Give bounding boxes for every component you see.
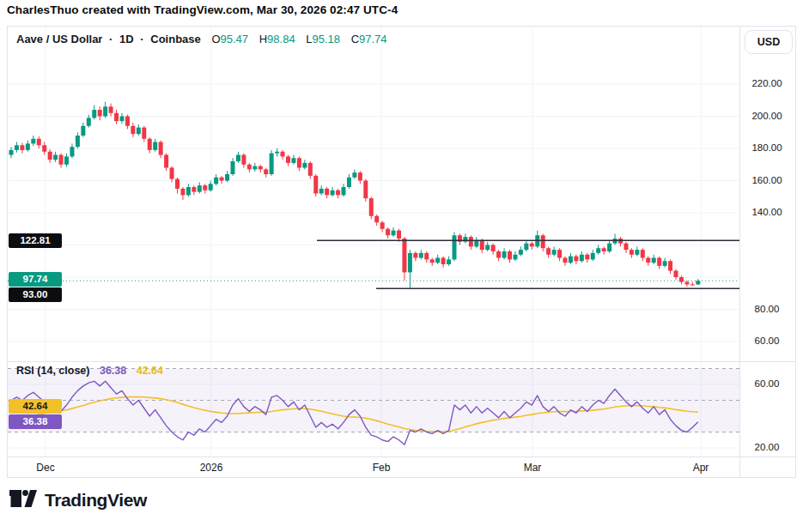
candle	[358, 172, 362, 180]
candle	[563, 258, 568, 263]
resistance-price-label: 122.81	[9, 233, 62, 248]
candle	[313, 176, 318, 194]
candle	[114, 113, 119, 121]
interval-label[interactable]: 1D	[119, 33, 134, 45]
candle	[508, 251, 512, 259]
candle	[585, 255, 589, 260]
exchange-label[interactable]: Coinbase	[150, 33, 201, 45]
candle	[81, 126, 85, 136]
axis-tick-label: 80.00	[740, 304, 794, 314]
candle	[209, 184, 213, 190]
candle	[596, 248, 600, 253]
candle	[291, 158, 295, 163]
candle	[236, 155, 240, 162]
candle	[524, 244, 528, 251]
candle	[42, 145, 46, 152]
currency-toggle-button[interactable]: USD	[745, 30, 793, 54]
tradingview-logo[interactable]: TradingView	[9, 489, 147, 511]
candle	[374, 216, 379, 223]
candle	[247, 165, 252, 170]
candle	[264, 169, 268, 174]
candle	[103, 106, 107, 116]
axis-tick-label: 20.00	[740, 442, 794, 452]
candle	[170, 168, 174, 179]
candle	[430, 259, 435, 263]
candle	[397, 231, 401, 239]
candle	[331, 190, 335, 196]
candle	[363, 181, 368, 199]
time-axis-label: Dec	[36, 462, 54, 474]
time-axis[interactable]: Dec2026FebMarApr	[8, 457, 739, 479]
candle	[591, 253, 595, 260]
candle	[408, 253, 412, 273]
candle	[109, 106, 113, 113]
candle	[441, 258, 446, 265]
candle	[380, 222, 385, 229]
axis-tick-label: 160.00	[740, 175, 794, 185]
candle	[92, 110, 96, 118]
candle	[131, 126, 135, 134]
candle	[198, 185, 202, 192]
candles-layer	[9, 102, 701, 289]
candle	[148, 139, 152, 150]
candle	[175, 179, 179, 189]
candle	[286, 156, 290, 163]
candle	[696, 281, 700, 284]
candle	[53, 155, 58, 160]
candle	[641, 250, 645, 257]
candle	[347, 178, 351, 187]
candle	[142, 128, 146, 139]
candle	[225, 174, 229, 181]
candle	[630, 250, 634, 255]
candle	[369, 198, 374, 216]
main-grid	[8, 27, 739, 361]
candle	[624, 244, 628, 251]
candle	[386, 229, 390, 236]
candle	[574, 257, 578, 262]
candle	[308, 163, 313, 176]
main-chart-pane[interactable]	[8, 27, 739, 361]
candle	[602, 248, 606, 251]
candle	[259, 166, 263, 170]
low-value: 95.18	[312, 33, 340, 45]
candle	[668, 261, 672, 270]
candle	[164, 155, 168, 168]
candle	[270, 154, 274, 174]
candle	[419, 253, 423, 258]
candle	[569, 257, 573, 263]
price-axis[interactable]: 220.00200.00180.00160.00140.0080.0060.00…	[740, 27, 797, 477]
candle	[252, 166, 257, 170]
candle	[674, 271, 678, 278]
candle	[15, 145, 19, 150]
candle	[98, 110, 102, 117]
open-label: O	[211, 33, 220, 45]
symbol-legend: Aave / US Dollar · 1D · Coinbase O95.47 …	[16, 33, 387, 45]
symbol-name[interactable]: Aave / US Dollar	[16, 33, 102, 45]
candle	[690, 284, 695, 285]
axis-tick-label: 60.00	[740, 378, 794, 389]
axis-tick-label: 200.00	[740, 111, 794, 121]
candle	[530, 244, 534, 247]
high-label: H	[259, 33, 267, 45]
time-axis-label: Mar	[524, 462, 542, 474]
candle	[679, 277, 684, 282]
candle	[607, 244, 611, 251]
candle	[325, 189, 329, 196]
rsi-ma-axis-label: 42.64	[9, 399, 62, 414]
last-price-label: 97.74	[9, 272, 62, 287]
candle	[424, 253, 429, 260]
axis-tick-label: 180.00	[740, 142, 794, 153]
candle	[580, 255, 584, 262]
candle	[76, 136, 80, 147]
candle	[70, 147, 74, 156]
candle	[87, 118, 91, 125]
candle	[496, 251, 501, 258]
candle	[231, 161, 235, 174]
candle	[59, 155, 64, 165]
candle	[31, 139, 35, 144]
candle	[541, 235, 545, 248]
rsi-indicator-legend[interactable]: RSI (14, close) 36.38 42.64	[16, 365, 163, 377]
pane-separator[interactable]	[8, 361, 795, 362]
support-price-label: 93.00	[9, 287, 62, 302]
candle	[635, 250, 639, 255]
